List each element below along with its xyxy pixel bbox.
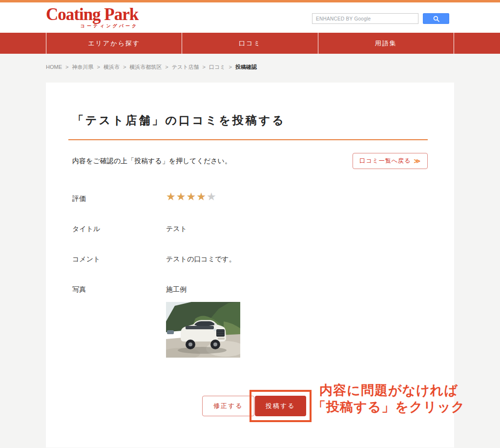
star-icon: ★ (166, 191, 176, 203)
breadcrumb-separator: > (203, 64, 206, 70)
breadcrumb-current: 投稿確認 (235, 64, 257, 70)
breadcrumb-separator: > (65, 64, 68, 70)
annotation-callout: 内容に問題がなければ 「投稿する」をクリック (312, 382, 465, 416)
site-header: Coating Park コーティングパーク (0, 2, 500, 33)
photo-label: 写真 (72, 285, 166, 294)
breadcrumb-separator: > (97, 64, 100, 70)
title-label: タイトル (72, 225, 166, 234)
breadcrumb-ward[interactable]: 横浜市都筑区 (129, 64, 162, 70)
annotation-line-2: 「投稿する」をクリック (312, 399, 465, 415)
annotation-line-1: 内容に問題がなければ (312, 382, 465, 399)
breadcrumb-prefecture[interactable]: 神奈川県 (72, 64, 93, 70)
breadcrumb-shop[interactable]: テスト店舗 (172, 64, 199, 70)
review-photo-suv-thumbnail (166, 302, 240, 358)
star-icon: ★ (196, 191, 207, 203)
nav-item-search-by-area[interactable]: エリアから探す (46, 33, 182, 54)
breadcrumb: HOME>神奈川県>横浜市>横浜市都筑区>テスト店舗>口コミ>投稿確認 (0, 54, 500, 71)
fix-button[interactable]: 修正する (202, 396, 254, 416)
star-icon: ★ (186, 191, 196, 203)
breadcrumb-city[interactable]: 横浜市 (104, 64, 120, 70)
submit-button[interactable]: 投稿する (255, 396, 306, 416)
back-button-label: 口コミ一覧へ戻る (359, 157, 411, 165)
actions-row: 修正する 投稿する 内容に問題がなければ 「投稿する」をクリック (72, 390, 428, 420)
comment-value: テストの口コミです。 (166, 255, 236, 264)
breadcrumb-separator: > (165, 64, 168, 70)
search-input[interactable] (312, 13, 418, 24)
nav-item-reviews[interactable]: 口コミ (182, 33, 317, 54)
title-row: タイトル テスト (72, 225, 428, 234)
breadcrumb-home[interactable]: HOME (46, 64, 62, 70)
title-divider (68, 139, 428, 140)
google-search-box (312, 13, 449, 24)
rating-stars: ★★★★★ (166, 192, 217, 202)
photo-caption: 施工例 (166, 285, 240, 294)
search-icon (433, 16, 439, 22)
instruction-text: 内容をご確認の上「投稿する」を押してください。 (72, 157, 231, 166)
star-icon: ★ (207, 191, 217, 203)
logo-title: Coating Park (46, 5, 138, 24)
breadcrumb-reviews[interactable]: 口コミ (209, 64, 226, 70)
instruction-row: 内容をご確認の上「投稿する」を押してください。 口コミ一覧へ戻る ≫ (72, 153, 428, 169)
back-to-review-list-button[interactable]: 口コミ一覧へ戻る ≫ (353, 153, 428, 169)
star-icon: ★ (176, 191, 187, 203)
nav-item-glossary[interactable]: 用語集 (318, 33, 454, 54)
search-button[interactable] (423, 13, 449, 24)
breadcrumb-separator: > (229, 64, 231, 70)
review-confirmation-card: 「テスト店舗」の口コミを投稿する 内容をご確認の上「投稿する」を押してください。… (46, 83, 454, 448)
rating-label: 評価 (72, 194, 166, 203)
submit-highlight-box: 投稿する (250, 390, 312, 422)
title-value: テスト (166, 225, 187, 234)
comment-row: コメント テストの口コミです。 (72, 255, 428, 264)
breadcrumb-separator: > (123, 64, 126, 70)
photo-block: 施工例 (166, 285, 240, 358)
review-fields: 評価 ★★★★★ タイトル テスト コメント テストの口コミです。 写真 施工例 (72, 194, 428, 358)
site-logo[interactable]: Coating Park コーティングパーク (46, 5, 138, 29)
rating-row: 評価 ★★★★★ (72, 194, 428, 203)
double-chevron-right-icon: ≫ (414, 157, 421, 165)
page-title: 「テスト店舗」の口コミを投稿する (72, 113, 428, 128)
main-nav: エリアから探す 口コミ 用語集 (0, 33, 500, 54)
photo-row: 写真 施工例 (72, 285, 428, 358)
comment-label: コメント (72, 255, 166, 264)
